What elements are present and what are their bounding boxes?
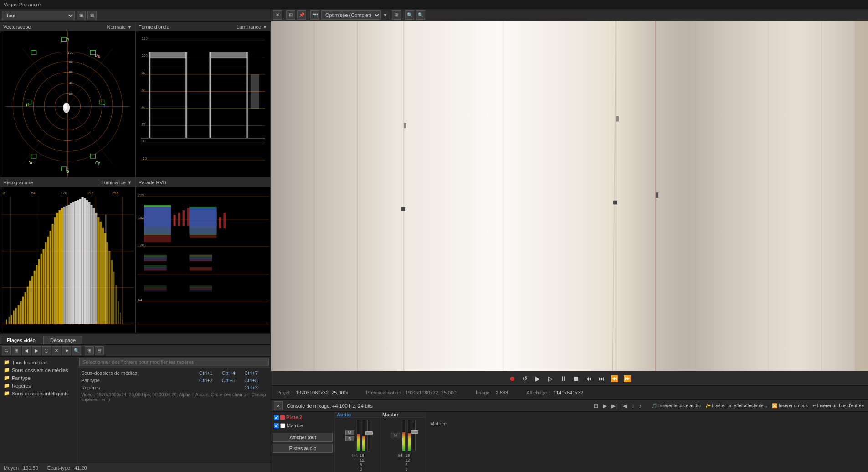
preview-zoom-btn[interactable]: 🔍	[405, 10, 414, 20]
vectorscope-mode[interactable]: Normale ▼	[107, 24, 132, 30]
mix-btn-6[interactable]: ♪	[637, 402, 643, 410]
tree-item-subfolders[interactable]: 📁 Sous-dossiers de médias	[0, 366, 77, 374]
svg-rect-130	[102, 227, 104, 324]
preview-snap-btn[interactable]: ⊞	[286, 10, 295, 20]
preview-camera-btn[interactable]: 📷	[310, 10, 319, 20]
track-matrice-check2[interactable]	[280, 423, 285, 428]
svg-rect-204	[855, 21, 868, 371]
tree-item-markers[interactable]: 📁 Repères	[0, 382, 77, 389]
transport-pause-btn[interactable]: ⏸	[558, 373, 569, 384]
audio-solo-btn[interactable]: S	[345, 436, 354, 441]
master-level-label: -Inf.	[396, 453, 404, 472]
preview-pin-btn[interactable]: 📌	[297, 10, 306, 20]
svg-rect-51	[149, 52, 150, 138]
transport-prev-frame-btn[interactable]: ⏮	[583, 373, 594, 384]
svg-rect-183	[144, 267, 167, 269]
media-btn-7[interactable]: ★	[62, 346, 71, 355]
transport-prev-mark-btn[interactable]: ⏪	[609, 373, 620, 384]
svg-rect-100	[34, 270, 36, 324]
svg-text:128: 128	[61, 191, 67, 195]
tree-item-all-media[interactable]: 📁 Tous les médias	[0, 358, 77, 366]
track-piste-checkbox[interactable]	[274, 415, 279, 420]
mixing-close-btn[interactable]: ✕	[274, 401, 283, 410]
svg-rect-106	[47, 236, 49, 324]
media-btn-3[interactable]: ◀	[22, 346, 31, 355]
media-btn-8[interactable]: 🔍	[72, 346, 81, 355]
waveform-label: Forme d'onde	[139, 24, 169, 30]
svg-text:100: 100	[142, 53, 148, 57]
media-btn-1[interactable]: 🗂	[2, 346, 11, 355]
tree-item-by-type[interactable]: 📁 Par type	[0, 374, 77, 382]
transport-next-frame-btn[interactable]: ⏭	[596, 373, 607, 384]
track-list-area: Piste 2 Matrice Afficher tout Pistes aud…	[271, 412, 335, 472]
preview-zoom-out-btn[interactable]: 🔍	[416, 10, 425, 20]
svg-rect-112	[61, 207, 63, 324]
media-btn-6[interactable]: ✕	[52, 346, 61, 355]
svg-text:239: 239	[138, 192, 144, 197]
svg-text:0: 0	[142, 139, 144, 143]
svg-rect-202	[401, 21, 406, 371]
media-btn-2[interactable]: ⊞	[12, 346, 21, 355]
track-matrice-label: Matrice	[287, 423, 303, 428]
svg-rect-72	[251, 74, 259, 109]
transport-play2-btn[interactable]: ▷	[545, 373, 556, 384]
insert-piste-btn[interactable]: 🎵 Insérer la piste audio	[650, 403, 702, 409]
svg-text:64: 64	[31, 191, 36, 195]
mix-btn-4[interactable]: |◀	[620, 402, 628, 410]
transport-stop-btn[interactable]: ⏹	[570, 373, 581, 384]
transport-loop-btn[interactable]: ↺	[519, 373, 530, 384]
master-meter-l	[402, 420, 406, 451]
insert-effet-btn[interactable]: ✨ Insérer un effet affectable...	[704, 403, 769, 409]
audio-mute-btn[interactable]: M	[345, 430, 354, 435]
histogram-mode[interactable]: Luminance ▼	[101, 180, 132, 185]
svg-text:-20: -20	[142, 156, 147, 161]
svg-rect-102	[38, 259, 40, 324]
transport-record-btn[interactable]: ⏺	[507, 373, 518, 384]
afficher-tout-btn[interactable]: Afficher tout	[273, 433, 333, 442]
mix-btn-3[interactable]: ▶|	[610, 402, 618, 410]
audio-fader[interactable]	[367, 420, 370, 451]
svg-text:192: 192	[138, 215, 144, 219]
pistes-audio-btn[interactable]: Pistes audio	[273, 444, 333, 453]
media-btn-10[interactable]: ⊟	[95, 346, 104, 355]
scope-grid-btn[interactable]: ⊞	[77, 11, 86, 20]
tab-decoupage[interactable]: Découpage	[43, 336, 82, 344]
bottom-tabs: Plages vidéo Découpage	[0, 333, 271, 344]
tab-plages-video[interactable]: Plages vidéo	[0, 336, 42, 344]
tree-item-smart-folders[interactable]: 📁 Sous-dossiers intelligents	[0, 389, 77, 397]
svg-rect-59	[149, 74, 185, 75]
media-btn-4[interactable]: ▶	[32, 346, 41, 355]
mix-btn-2[interactable]: ▶	[601, 402, 608, 410]
svg-rect-93	[18, 305, 20, 324]
media-btn-5[interactable]: ⭮	[42, 346, 51, 355]
scope-layout-btn[interactable]: ⊟	[87, 11, 97, 20]
insert-bus-entree-btn[interactable]: ↩ Insérer un bus d'entrée	[811, 403, 865, 409]
master-fader[interactable]	[413, 420, 416, 451]
svg-rect-116	[70, 203, 72, 324]
master-mute-btn[interactable]: M	[391, 433, 400, 438]
svg-rect-68	[210, 83, 247, 83]
preview-grid-btn[interactable]: ⊞	[392, 10, 401, 20]
svg-rect-123	[86, 200, 88, 324]
scope-dropdown[interactable]: Tout	[2, 11, 75, 20]
svg-text:R: R	[66, 37, 69, 42]
media-btn-9[interactable]: ⊞	[85, 346, 94, 355]
master-channel-header: Master	[380, 412, 426, 418]
media-search-bar	[77, 357, 271, 368]
svg-rect-95	[22, 296, 24, 324]
transport-play-btn[interactable]: ▶	[532, 373, 543, 384]
image-label: Image : 2 863	[476, 390, 508, 395]
svg-text:80: 80	[69, 60, 72, 64]
preview-close-btn[interactable]: ✕	[273, 10, 282, 20]
media-search-input[interactable]	[79, 358, 269, 366]
waveform-mode[interactable]: Luminance ▼	[236, 24, 267, 30]
quality-dropdown[interactable]: Optimisée (Complet)	[321, 10, 381, 20]
insert-bus-btn[interactable]: 🔀 Insérer un bus	[770, 403, 809, 409]
histogram-canvas: 0 64 128 192 255	[0, 187, 135, 333]
mix-btn-1[interactable]: ⊞	[592, 402, 600, 410]
mix-btn-5[interactable]: ↕	[630, 402, 636, 410]
mixing-console: ✕ Console de mixage: 44 100 Hz; 24 bits …	[271, 399, 868, 472]
track-matrice-checkbox[interactable]	[274, 423, 279, 428]
transport-next-mark-btn[interactable]: ⏩	[621, 373, 632, 384]
svg-point-31	[64, 104, 67, 110]
